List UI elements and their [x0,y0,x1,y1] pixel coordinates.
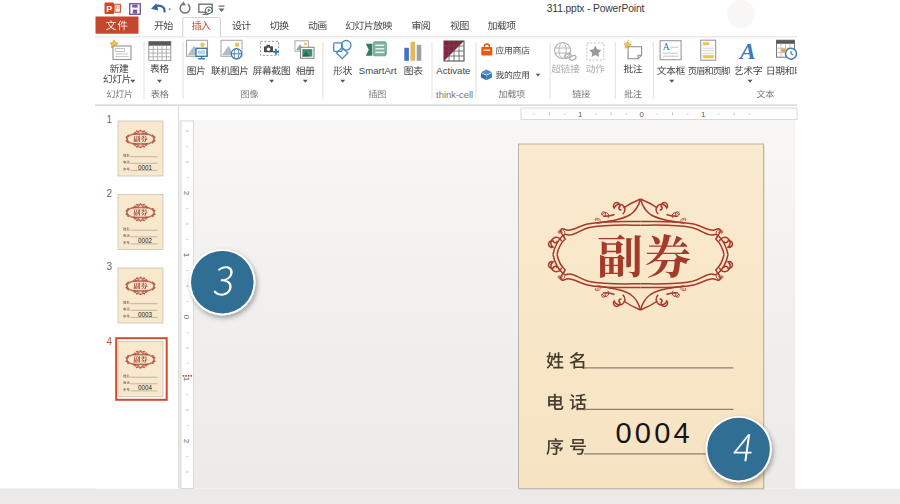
svg-text:A: A [663,42,670,52]
svg-text:0: 0 [182,315,191,320]
svg-text:SmartArt: SmartArt [359,65,397,76]
svg-text:A: A [738,38,756,64]
svg-text:0004: 0004 [138,384,153,391]
svg-text:1: 1 [106,114,112,125]
svg-text:1: 1 [182,253,191,258]
svg-text:1: 1 [701,110,706,119]
svg-text:1: 1 [578,110,583,119]
svg-text:311.pptx - PowerPoint: 311.pptx - PowerPoint [547,3,645,14]
svg-text:0001: 0001 [138,164,153,171]
svg-text:2: 2 [182,439,191,444]
svg-text:0002: 0002 [138,237,153,244]
svg-text:2: 2 [182,191,191,196]
svg-text:3: 3 [106,261,112,272]
svg-text:0004: 0004 [616,417,693,449]
svg-text:4: 4 [106,336,112,347]
svg-text:1: 1 [182,377,191,382]
svg-text:P: P [106,4,112,14]
svg-text:think-cell: think-cell [436,89,473,100]
svg-text:Activate: Activate [436,65,470,76]
svg-text:2: 2 [106,188,112,199]
svg-text:0: 0 [640,110,645,119]
svg-text:0003: 0003 [138,311,153,318]
